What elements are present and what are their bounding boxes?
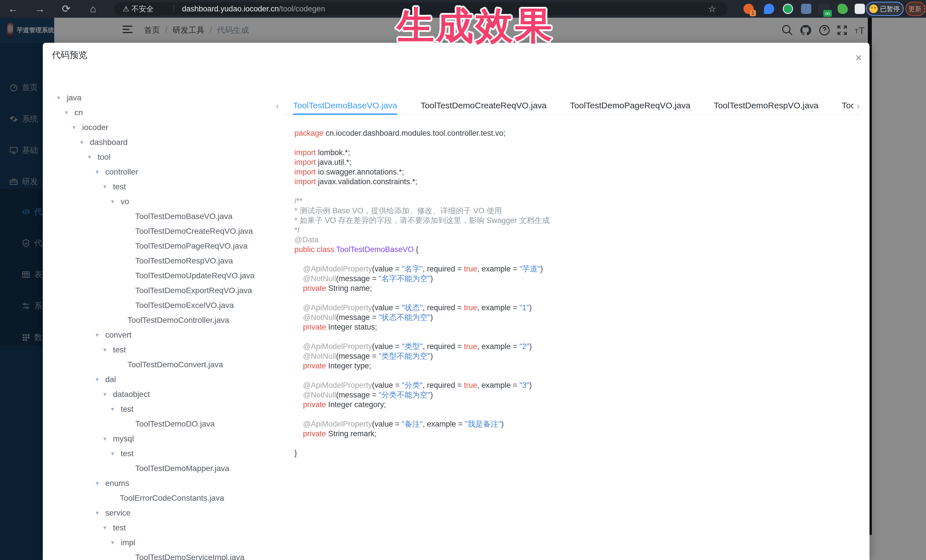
- file-tabs: ‹ ToolTestDemoBaseVO.javaToolTestDemoCre…: [284, 98, 860, 115]
- caret-down-icon[interactable]: ▾: [111, 450, 121, 457]
- warning-icon: ⚠: [123, 5, 132, 13]
- extension-icon-6[interactable]: [838, 4, 848, 14]
- tree-folder-vo[interactable]: ▾vo: [57, 194, 300, 209]
- tree-folder-dashboard[interactable]: ▾dashboard: [57, 135, 300, 150]
- tree-file-ToolTestDemoServiceImpl.java[interactable]: ToolTestDemoServiceImpl.java: [57, 550, 300, 560]
- tree-folder-enums[interactable]: ▾enums: [57, 476, 300, 491]
- tree-folder-mysql[interactable]: ▾mysql: [57, 432, 300, 446]
- caret-down-icon[interactable]: ▾: [57, 94, 67, 101]
- tree-folder-iocoder[interactable]: ▾iocoder: [57, 120, 300, 135]
- caret-down-icon[interactable]: ▾: [103, 524, 113, 531]
- tree-file-ToolTestDemoExportReqVO.java[interactable]: ToolTestDemoExportReqVO.java: [57, 283, 300, 298]
- caret-down-icon[interactable]: ▾: [103, 435, 113, 442]
- tree-node-label: dal: [105, 375, 116, 384]
- code-line-26: [294, 371, 862, 380]
- tree-file-ToolTestDemoBaseVO.java[interactable]: ToolTestDemoBaseVO.java: [57, 209, 300, 224]
- tree-node-label: ToolTestDemoCreateReqVO.java: [135, 227, 253, 236]
- caret-down-icon[interactable]: ▾: [73, 124, 82, 131]
- browser-menu-icon[interactable]: ⋮: [921, 2, 926, 16]
- update-label: 更新: [908, 5, 921, 14]
- extension-icon-3[interactable]: [783, 4, 793, 14]
- code-line-12: @Data: [294, 235, 862, 245]
- tree-folder-test[interactable]: ▾test: [57, 402, 300, 417]
- tree-node-label: test: [113, 523, 126, 532]
- tree-folder-test[interactable]: ▾test: [57, 446, 300, 461]
- caret-down-icon[interactable]: ▾: [65, 109, 74, 116]
- tree-file-ToolTestDemoConvert.java[interactable]: ToolTestDemoConvert.java: [57, 357, 300, 372]
- code-line-15: @ApiModelProperty(value = "名字", required…: [294, 264, 862, 274]
- code-view: package cn.iocoder.dashboard.modules.too…: [294, 128, 862, 458]
- caret-down-icon[interactable]: ▾: [95, 480, 105, 487]
- tree-folder-test[interactable]: ▾test: [57, 343, 300, 357]
- extension-icon-5[interactable]: on: [819, 4, 829, 14]
- paused-label: 已暂停: [880, 5, 900, 14]
- tree-folder-tool[interactable]: ▾tool: [57, 150, 300, 165]
- bookmark-star-icon[interactable]: ☆: [704, 0, 720, 18]
- tab-ToolTestDemoRespVO.java[interactable]: ToolTestDemoRespVO.java: [714, 98, 819, 115]
- code-line-3: import lombok.*;: [294, 148, 862, 157]
- browser-home-icon[interactable]: ⌂: [85, 0, 101, 18]
- tab-ToolTestDemoCreateReqVO.java[interactable]: ToolTestDemoCreateReqVO.java: [421, 98, 546, 115]
- tree-folder-test[interactable]: ▾test: [57, 520, 300, 535]
- tree-file-ToolTestDemoCreateReqVO.java[interactable]: ToolTestDemoCreateReqVO.java: [57, 224, 300, 238]
- tree-node-label: ToolTestDemoUpdateReqVO.java: [135, 271, 255, 280]
- browser-forward-icon[interactable]: →: [31, 0, 48, 18]
- tree-folder-dataobject[interactable]: ▾dataobject: [57, 387, 300, 402]
- caret-down-icon[interactable]: ▾: [95, 331, 105, 339]
- caret-down-icon[interactable]: ▾: [95, 509, 105, 517]
- code-line-16: @NotNull(message = "名字不能为空"): [294, 274, 862, 284]
- caret-down-icon[interactable]: ▾: [103, 183, 113, 190]
- code-line-6: import javax.validation.constraints.*;: [294, 177, 862, 186]
- tree-file-ToolErrorCodeConstants.java[interactable]: ToolErrorCodeConstants.java: [57, 491, 300, 506]
- omnibox-divider: [174, 5, 174, 12]
- code-line-24: @NotNull(message = "类型不能为空"): [294, 351, 862, 361]
- tree-file-ToolTestDemoDO.java[interactable]: ToolTestDemoDO.java: [57, 417, 300, 432]
- extension-on-badge: on: [823, 10, 832, 17]
- caret-down-icon[interactable]: ▾: [103, 391, 113, 398]
- caret-down-icon[interactable]: ▾: [88, 153, 98, 161]
- tabs-scroll-left-icon[interactable]: ‹: [276, 101, 279, 111]
- security-warning[interactable]: ⚠ 不安全: [123, 2, 154, 15]
- tab-ToolTe[interactable]: ToolTe: [842, 98, 853, 115]
- browser-reload-icon[interactable]: ⟳: [57, 0, 75, 18]
- tree-folder-service[interactable]: ▾service: [57, 506, 300, 520]
- tabs-scroll-right-icon[interactable]: ›: [857, 101, 860, 111]
- tree-folder-convert[interactable]: ▾convert: [57, 328, 300, 343]
- caret-down-icon[interactable]: ▾: [95, 168, 105, 176]
- close-icon[interactable]: ×: [855, 52, 862, 63]
- extension-icon-1[interactable]: 1: [743, 4, 754, 14]
- tree-file-ToolTestDemoController.java[interactable]: ToolTestDemoController.java: [57, 313, 300, 328]
- tree-folder-cn[interactable]: ▾cn: [57, 105, 300, 120]
- code-line-32: private String remark;: [294, 429, 862, 439]
- tree-folder-impl[interactable]: ▾impl: [57, 535, 300, 550]
- tree-file-ToolTestDemoPageReqVO.java[interactable]: ToolTestDemoPageReqVO.java: [57, 238, 300, 254]
- profile-paused-chip[interactable]: 已暂停: [866, 2, 904, 16]
- tree-file-ToolTestDemoExcelVO.java[interactable]: ToolTestDemoExcelVO.java: [57, 298, 300, 313]
- tree-node-label: iocoder: [82, 123, 108, 132]
- tree-file-ToolTestDemoRespVO.java[interactable]: ToolTestDemoRespVO.java: [57, 254, 300, 268]
- extensions-puzzle-icon[interactable]: [855, 4, 865, 14]
- tree-node-label: test: [113, 182, 126, 191]
- tree-file-ToolTestDemoUpdateReqVO.java[interactable]: ToolTestDemoUpdateReqVO.java: [57, 268, 300, 283]
- tree-folder-dal[interactable]: ▾dal: [57, 372, 300, 387]
- extension-icon-2[interactable]: [764, 4, 774, 14]
- tree-folder-controller[interactable]: ▾controller: [57, 165, 300, 180]
- tab-ToolTestDemoPageReqVO.java[interactable]: ToolTestDemoPageReqVO.java: [570, 98, 690, 115]
- caret-down-icon[interactable]: ▾: [111, 198, 121, 205]
- tree-file-ToolTestDemoMapper.java[interactable]: ToolTestDemoMapper.java: [57, 461, 300, 476]
- code-line-33: [294, 439, 862, 448]
- browser-back-icon[interactable]: ←: [5, 0, 22, 18]
- code-line-13: public class ToolTestDemoBaseVO {: [294, 245, 862, 254]
- caret-down-icon[interactable]: ▾: [80, 139, 90, 146]
- code-line-34: }: [294, 448, 862, 458]
- caret-down-icon[interactable]: ▾: [111, 406, 121, 413]
- tree-folder-test[interactable]: ▾test: [57, 180, 300, 194]
- extension-icon-4[interactable]: [801, 4, 811, 14]
- caret-down-icon[interactable]: ▾: [95, 376, 105, 383]
- code-line-18: [294, 293, 862, 303]
- caret-down-icon[interactable]: ▾: [103, 346, 113, 353]
- tree-folder-java[interactable]: ▾java: [57, 91, 300, 105]
- caret-down-icon[interactable]: ▾: [111, 539, 121, 546]
- tab-ToolTestDemoBaseVO.java[interactable]: ToolTestDemoBaseVO.java: [293, 98, 397, 115]
- screenshot-annotation: 生成效果: [396, 1, 554, 51]
